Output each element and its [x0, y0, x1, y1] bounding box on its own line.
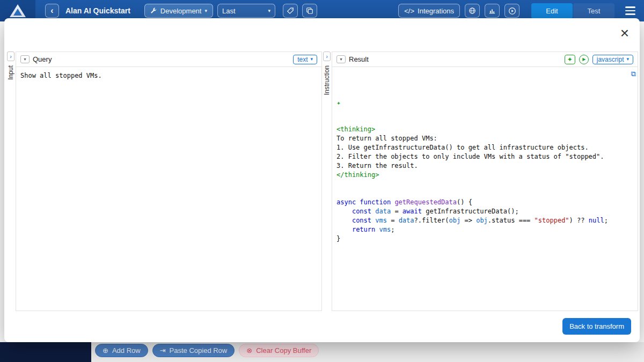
bar-chart-icon [488, 7, 496, 14]
modal-panels: › Input ▾ Query text ▾ Show all stopped … [6, 51, 638, 311]
copy-version-button[interactable] [302, 4, 317, 18]
instruction-rail: › Instruction [322, 51, 332, 311]
result-panel-title: Result [349, 55, 369, 63]
result-panel-header: ▾ Result ✦ ▶ javascript ▾ [332, 52, 638, 67]
instruction-rail-label: Instruction [323, 65, 331, 95]
copy-result-button[interactable]: ⧉ [631, 69, 636, 78]
globe-icon [469, 7, 476, 14]
globe-button[interactable] [465, 4, 480, 18]
close-icon: × [620, 25, 629, 41]
top-bar-right: </> Integrations Edit Test [393, 3, 644, 19]
integrations-label: Integrations [418, 7, 454, 15]
version-select[interactable]: Last ▾ [217, 4, 275, 18]
paste-copied-row-button[interactable]: ⇥ Paste Copied Row [152, 344, 235, 357]
close-button[interactable]: × [620, 26, 629, 41]
input-rail: › Input [6, 51, 16, 311]
mode-tabs: Edit Test [531, 3, 614, 19]
chevron-left-icon: ‹ [50, 6, 53, 16]
integrations-button[interactable]: </> Integrations [398, 4, 460, 18]
tab-edit[interactable]: Edit [531, 3, 573, 19]
result-language-value: javascript [597, 56, 624, 63]
result-panel: ▾ Result ✦ ▶ javascript ▾ [332, 51, 638, 311]
tag-icon [287, 7, 294, 14]
clear-copy-buffer-button[interactable]: ⊗ Clear Copy Buffer [239, 344, 319, 357]
chevron-down-icon: ▾ [268, 9, 270, 13]
clear-icon: ⊗ [246, 347, 252, 354]
add-row-label: Add Row [112, 346, 141, 354]
analytics-button[interactable] [485, 4, 500, 18]
environment-dropdown[interactable]: Development ▾ [144, 4, 213, 18]
play-icon: ▶ [582, 57, 586, 62]
result-language-select[interactable]: javascript ▾ [592, 55, 633, 64]
play-circle-icon [508, 7, 516, 15]
query-panel: ▾ Query text ▾ Show all stopped VMs. [16, 51, 322, 311]
chevron-down-icon: ▾ [626, 57, 629, 62]
add-row-button[interactable]: ⊕ Add Row [95, 344, 148, 357]
query-panel-title: Query [33, 55, 52, 63]
environment-label: Development [160, 7, 202, 15]
query-type-select[interactable]: text ▾ [293, 55, 317, 64]
query-collapse-toggle[interactable]: ▾ [20, 55, 30, 63]
result-content: ⧉ ✦ <thinking>To return all stopped VMs:… [332, 67, 638, 311]
version-label: Last [222, 7, 236, 15]
back-to-transform-button[interactable]: Back to transform [562, 318, 631, 335]
collapse-query-button[interactable]: › [7, 51, 14, 61]
query-panel-header: ▾ Query text ▾ [16, 52, 321, 67]
hamburger-icon [625, 6, 635, 8]
sparkle-icon: ✦ [567, 56, 573, 63]
query-input[interactable]: Show all stopped VMs. [16, 67, 321, 311]
query-type-value: text [297, 56, 308, 63]
back-button[interactable]: ‹ [45, 4, 59, 18]
add-icon: ⊕ [103, 347, 108, 354]
run-result-button[interactable]: ▶ [579, 55, 589, 64]
paste-icon: ⇥ [160, 347, 166, 354]
collapse-instruction-button[interactable]: › [323, 51, 331, 61]
chevron-down-icon: ▾ [340, 57, 342, 62]
generate-button[interactable]: ✦ [565, 55, 575, 64]
code-brackets-icon: </> [404, 7, 414, 15]
input-rail-label: Input [7, 65, 14, 80]
clear-buffer-label: Clear Copy Buffer [256, 346, 311, 354]
copy-icon [306, 7, 313, 14]
bottom-bar: ⊕ Add Row ⇥ Paste Copied Row ⊗ Clear Cop… [0, 342, 644, 362]
tab-test[interactable]: Test [573, 3, 614, 19]
chevron-down-icon: ▾ [24, 57, 26, 62]
chevron-right-icon: › [326, 54, 328, 60]
transform-modal: × › Input ▾ Query text ▾ Sho [4, 18, 640, 342]
row-actions: ⊕ Add Row ⇥ Paste Copied Row ⊗ Clear Cop… [95, 344, 319, 357]
tag-button[interactable] [283, 4, 298, 18]
menu-button[interactable] [625, 6, 635, 15]
wrench-icon [150, 8, 157, 14]
chevron-down-icon: ▾ [204, 9, 207, 13]
ai-sparkle-icon: ✦ [336, 99, 633, 107]
chevron-right-icon: › [10, 54, 12, 60]
chevron-down-icon: ▾ [310, 57, 313, 62]
alan-logo-icon [10, 4, 26, 17]
result-code: <thinking>To return all stopped VMs:1. U… [336, 125, 633, 243]
run-button[interactable] [504, 4, 519, 18]
paste-row-label: Paste Copied Row [170, 346, 228, 354]
project-title: Alan AI Quickstart [65, 6, 130, 15]
sidebar-footer [0, 342, 91, 362]
result-collapse-toggle[interactable]: ▾ [336, 55, 346, 63]
